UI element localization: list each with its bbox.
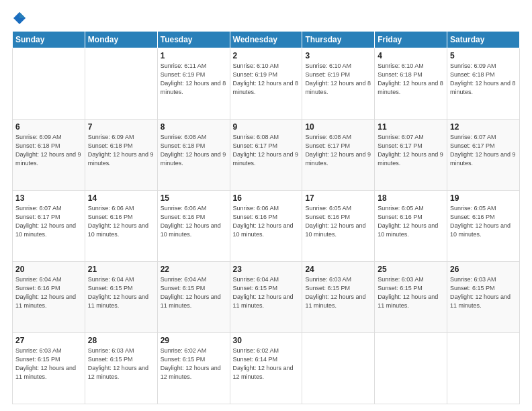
- day-info: Sunrise: 6:09 AM Sunset: 6:18 PM Dayligh…: [88, 133, 154, 168]
- calendar-table: SundayMondayTuesdayWednesdayThursdayFrid…: [12, 31, 520, 404]
- day-number: 30: [233, 336, 300, 345]
- day-number: 27: [15, 336, 82, 345]
- day-info: Sunrise: 6:03 AM Sunset: 6:15 PM Dayligh…: [305, 275, 371, 310]
- day-number: 15: [161, 193, 227, 203]
- calendar-cell: 8Sunrise: 6:08 AM Sunset: 6:18 PM Daylig…: [157, 120, 230, 191]
- col-header-friday: Friday: [375, 32, 447, 48]
- calendar-cell: 5Sunrise: 6:09 AM Sunset: 6:18 PM Daylig…: [447, 48, 520, 120]
- day-info: Sunrise: 6:07 AM Sunset: 6:17 PM Dayligh…: [378, 133, 444, 168]
- day-number: 9: [233, 122, 300, 132]
- day-info: Sunrise: 6:10 AM Sunset: 6:19 PM Dayligh…: [305, 62, 371, 97]
- calendar-week-row: 20Sunrise: 6:04 AM Sunset: 6:16 PM Dayli…: [13, 262, 520, 333]
- day-info: Sunrise: 6:06 AM Sunset: 6:16 PM Dayligh…: [88, 204, 154, 239]
- day-info: Sunrise: 6:10 AM Sunset: 6:18 PM Dayligh…: [378, 62, 444, 97]
- calendar-cell: 9Sunrise: 6:08 AM Sunset: 6:17 PM Daylig…: [230, 120, 302, 191]
- calendar-header-row: SundayMondayTuesdayWednesdayThursdayFrid…: [13, 32, 520, 48]
- day-number: 5: [450, 51, 517, 60]
- day-info: Sunrise: 6:05 AM Sunset: 6:16 PM Dayligh…: [378, 204, 444, 239]
- calendar-week-row: 27Sunrise: 6:03 AM Sunset: 6:15 PM Dayli…: [13, 333, 520, 404]
- calendar-cell: 4Sunrise: 6:10 AM Sunset: 6:18 PM Daylig…: [375, 48, 447, 120]
- day-info: Sunrise: 6:02 AM Sunset: 6:14 PM Dayligh…: [233, 347, 300, 381]
- col-header-sunday: Sunday: [13, 32, 85, 48]
- day-number: 19: [450, 193, 517, 203]
- col-header-monday: Monday: [85, 32, 157, 48]
- calendar-cell: 7Sunrise: 6:09 AM Sunset: 6:18 PM Daylig…: [85, 120, 157, 191]
- day-info: Sunrise: 6:08 AM Sunset: 6:18 PM Dayligh…: [161, 133, 227, 168]
- calendar-cell: 26Sunrise: 6:03 AM Sunset: 6:15 PM Dayli…: [447, 262, 520, 333]
- day-number: 14: [88, 193, 154, 203]
- day-info: Sunrise: 6:03 AM Sunset: 6:15 PM Dayligh…: [450, 275, 517, 310]
- day-info: Sunrise: 6:03 AM Sunset: 6:15 PM Dayligh…: [88, 347, 154, 381]
- col-header-wednesday: Wednesday: [230, 32, 302, 48]
- calendar-cell: 25Sunrise: 6:03 AM Sunset: 6:15 PM Dayli…: [375, 262, 447, 333]
- page: SundayMondayTuesdayWednesdayThursdayFrid…: [0, 0, 532, 411]
- calendar-cell: 24Sunrise: 6:03 AM Sunset: 6:15 PM Dayli…: [302, 262, 375, 333]
- day-info: Sunrise: 6:09 AM Sunset: 6:18 PM Dayligh…: [450, 62, 517, 97]
- svg-marker-1: [19, 12, 26, 18]
- day-number: 13: [15, 193, 82, 203]
- calendar-week-row: 1Sunrise: 6:11 AM Sunset: 6:19 PM Daylig…: [13, 48, 520, 120]
- day-number: 11: [378, 122, 444, 132]
- calendar-cell: 11Sunrise: 6:07 AM Sunset: 6:17 PM Dayli…: [375, 120, 447, 191]
- calendar-cell: 20Sunrise: 6:04 AM Sunset: 6:16 PM Dayli…: [13, 262, 85, 333]
- calendar-cell: 17Sunrise: 6:05 AM Sunset: 6:16 PM Dayli…: [302, 191, 375, 262]
- day-info: Sunrise: 6:07 AM Sunset: 6:17 PM Dayligh…: [450, 133, 517, 168]
- logo-flag-icon: [12, 11, 27, 26]
- logo: [12, 11, 27, 26]
- calendar-cell: 19Sunrise: 6:05 AM Sunset: 6:16 PM Dayli…: [447, 191, 520, 262]
- header: [12, 11, 520, 26]
- day-info: Sunrise: 6:04 AM Sunset: 6:15 PM Dayligh…: [233, 275, 300, 310]
- calendar-cell: 1Sunrise: 6:11 AM Sunset: 6:19 PM Daylig…: [157, 48, 230, 120]
- day-number: 4: [378, 51, 444, 60]
- day-number: 6: [15, 122, 82, 132]
- day-number: 12: [450, 122, 517, 132]
- day-number: 18: [378, 193, 444, 203]
- calendar-cell: [447, 333, 520, 404]
- day-number: 8: [161, 122, 227, 132]
- calendar-cell: [302, 333, 375, 404]
- day-info: Sunrise: 6:07 AM Sunset: 6:17 PM Dayligh…: [15, 204, 82, 239]
- calendar-cell: 22Sunrise: 6:04 AM Sunset: 6:15 PM Dayli…: [157, 262, 230, 333]
- day-info: Sunrise: 6:09 AM Sunset: 6:18 PM Dayligh…: [15, 133, 82, 168]
- day-number: 22: [161, 265, 227, 274]
- day-number: 16: [233, 193, 300, 203]
- day-number: 29: [161, 336, 227, 345]
- calendar-cell: [85, 48, 157, 120]
- calendar-week-row: 13Sunrise: 6:07 AM Sunset: 6:17 PM Dayli…: [13, 191, 520, 262]
- day-number: 20: [15, 265, 82, 274]
- day-info: Sunrise: 6:11 AM Sunset: 6:19 PM Dayligh…: [161, 62, 227, 97]
- calendar-cell: 2Sunrise: 6:10 AM Sunset: 6:19 PM Daylig…: [230, 48, 302, 120]
- calendar-cell: 28Sunrise: 6:03 AM Sunset: 6:15 PM Dayli…: [85, 333, 157, 404]
- calendar-cell: 23Sunrise: 6:04 AM Sunset: 6:15 PM Dayli…: [230, 262, 302, 333]
- day-number: 17: [305, 193, 371, 203]
- day-number: 25: [378, 265, 444, 274]
- day-number: 24: [305, 265, 371, 274]
- calendar-cell: 3Sunrise: 6:10 AM Sunset: 6:19 PM Daylig…: [302, 48, 375, 120]
- day-info: Sunrise: 6:02 AM Sunset: 6:15 PM Dayligh…: [161, 347, 227, 381]
- day-number: 10: [305, 122, 371, 132]
- day-number: 1: [161, 51, 227, 60]
- calendar-cell: 27Sunrise: 6:03 AM Sunset: 6:15 PM Dayli…: [13, 333, 85, 404]
- day-number: 7: [88, 122, 154, 132]
- calendar-cell: 14Sunrise: 6:06 AM Sunset: 6:16 PM Dayli…: [85, 191, 157, 262]
- day-info: Sunrise: 6:10 AM Sunset: 6:19 PM Dayligh…: [233, 62, 300, 97]
- day-info: Sunrise: 6:04 AM Sunset: 6:15 PM Dayligh…: [88, 275, 154, 310]
- day-info: Sunrise: 6:04 AM Sunset: 6:15 PM Dayligh…: [161, 275, 227, 310]
- calendar-cell: 10Sunrise: 6:08 AM Sunset: 6:17 PM Dayli…: [302, 120, 375, 191]
- calendar-cell: [375, 333, 447, 404]
- day-number: 3: [305, 51, 371, 60]
- col-header-tuesday: Tuesday: [157, 32, 230, 48]
- day-info: Sunrise: 6:06 AM Sunset: 6:16 PM Dayligh…: [161, 204, 227, 239]
- day-number: 23: [233, 265, 300, 274]
- day-info: Sunrise: 6:06 AM Sunset: 6:16 PM Dayligh…: [233, 204, 300, 239]
- day-info: Sunrise: 6:08 AM Sunset: 6:17 PM Dayligh…: [233, 133, 300, 168]
- day-number: 2: [233, 51, 300, 60]
- day-info: Sunrise: 6:03 AM Sunset: 6:15 PM Dayligh…: [378, 275, 444, 310]
- col-header-saturday: Saturday: [447, 32, 520, 48]
- calendar-cell: 18Sunrise: 6:05 AM Sunset: 6:16 PM Dayli…: [375, 191, 447, 262]
- calendar-cell: 29Sunrise: 6:02 AM Sunset: 6:15 PM Dayli…: [157, 333, 230, 404]
- day-info: Sunrise: 6:05 AM Sunset: 6:16 PM Dayligh…: [305, 204, 371, 239]
- calendar-cell: 15Sunrise: 6:06 AM Sunset: 6:16 PM Dayli…: [157, 191, 230, 262]
- calendar-week-row: 6Sunrise: 6:09 AM Sunset: 6:18 PM Daylig…: [13, 120, 520, 191]
- calendar-cell: 16Sunrise: 6:06 AM Sunset: 6:16 PM Dayli…: [230, 191, 302, 262]
